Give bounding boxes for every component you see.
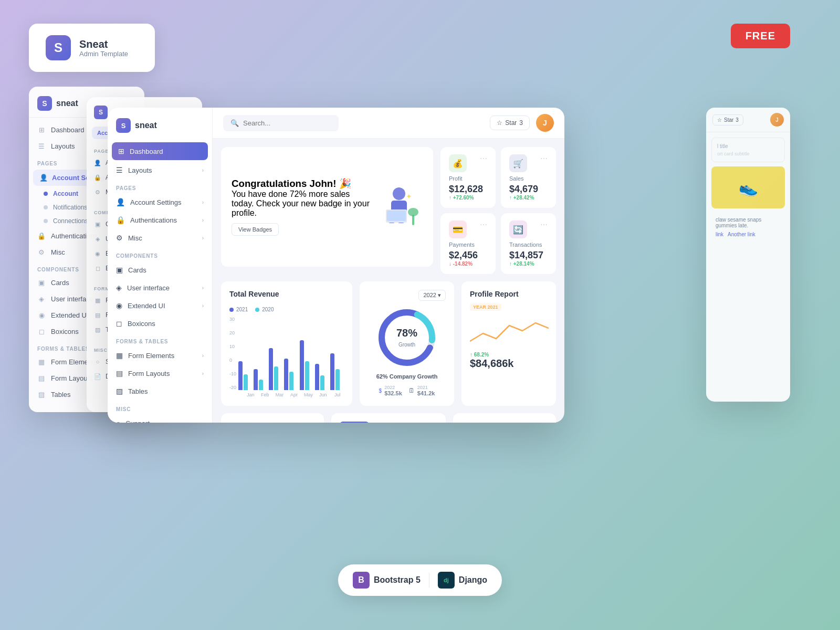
sidebar-item-form-layouts[interactable]: ▤ Form Layouts › (108, 364, 212, 382)
sales-change: ↑ +28.42% (509, 195, 548, 201)
sidebar-item-cards[interactable]: ▣ Cards (108, 261, 212, 279)
welcome-body: You have done 72% more sales today. Chec… (232, 190, 370, 218)
payments-label: Payments (449, 242, 487, 248)
transactions-icon: 🔄 (509, 220, 527, 238)
misc-icon: ⚙ (37, 248, 46, 256)
bar-cyan-jan (244, 374, 248, 390)
mid-cards-icon: ▣ (94, 221, 101, 228)
sidebar-item-dashboard[interactable]: ⊞ Dashboard (112, 142, 208, 160)
stat-card-payments: 💳 ⋯ Payments $2,456 ↓ -14.82% (440, 213, 496, 274)
right-card-title-text: l title (717, 143, 779, 149)
bootstrap-icon: B (353, 572, 370, 589)
welcome-card: Congratulations John! 🎉 You have done 72… (221, 147, 433, 267)
free-badge: FREE (731, 24, 790, 48)
order-card: Order Statistics 42.82k Total Sales ⋮ 8,… (221, 413, 324, 423)
cards-icon: ▣ (37, 279, 46, 287)
right-avatar[interactable]: J (770, 113, 784, 127)
svg-point-7 (408, 208, 418, 216)
sidebar-item-form-elements[interactable]: ▦ Form Elements › (108, 346, 212, 364)
sidebar-logo-text: sneat (135, 121, 157, 130)
sidebar-ui-label: User interface (127, 284, 170, 292)
sidebar-item-account-settings[interactable]: 👤 Account Settings › (108, 193, 212, 211)
user-avatar[interactable]: J (536, 114, 554, 132)
back-logo-text: sneat (56, 99, 78, 108)
profile-chart (470, 315, 549, 346)
brand-text: Sneat Admin Template (79, 38, 128, 58)
chevron-fl-icon: › (202, 371, 204, 376)
sidebar-item-auth[interactable]: 🔒 Authentications › (108, 211, 212, 229)
profile-title: Profile Report (470, 290, 548, 298)
cards-icon: ▣ (116, 266, 123, 274)
right-card-subtitle-text: ort card subtitle (717, 151, 779, 156)
topbar-search-box[interactable]: 🔍 (223, 115, 339, 131)
payments-icon: 💳 (449, 220, 467, 238)
income-tab-expenses[interactable]: Expenses (373, 422, 409, 423)
acct-icon: 👤 (116, 198, 125, 206)
sidebar-fl-label: Form Layouts (128, 370, 170, 377)
sidebar-item-support[interactable]: ○ Support (108, 414, 212, 423)
sidebar-extended-label: Extended UI (128, 302, 165, 310)
growth-stats: $ 2022 $32.5k 🗓 2021 $41.2k (379, 385, 435, 396)
framework-badges: B Bootstrap 5 dj Django (338, 564, 502, 596)
sidebar-fe-label: Form Elements (128, 352, 174, 360)
sidebar-item-extended[interactable]: ◉ Extended UI › (108, 297, 212, 314)
tables-icon: ▨ (37, 391, 46, 398)
topbar-right: ☆ Star 3 J (490, 114, 554, 132)
revenue-card: Total Revenue 2021 2020 (221, 281, 352, 406)
welcome-illustration: ✦ (370, 186, 423, 228)
right-star-button[interactable]: ☆ Star 3 (712, 114, 743, 125)
mid-logo-icon: S (94, 106, 108, 119)
misc-section: MISC (108, 400, 212, 414)
year-select[interactable]: 2022 ▾ (418, 290, 446, 301)
star-button[interactable]: ☆ Star 3 (490, 116, 530, 130)
bar-feb (254, 369, 267, 390)
sidebar-logo: S sneat (108, 108, 212, 141)
support-icon: ○ (116, 419, 120, 423)
bar-mar (269, 348, 282, 390)
welcome-text: Congratulations John! 🎉 You have done 72… (232, 178, 370, 236)
right-link2[interactable]: Another link (728, 232, 755, 237)
boxicons-icon: ◻ (116, 319, 122, 328)
order-card-header: Order Statistics 42.82k Total Sales ⋮ (229, 422, 316, 423)
content-area: 🔍 ☆ Star 3 J Congratulations John! 🎉 (213, 108, 564, 423)
sidebar-item-boxicons[interactable]: ◻ Boxicons (108, 314, 212, 332)
sidebar-item-ui[interactable]: ◈ User interface › (108, 279, 212, 297)
brand-name: Sneat (79, 38, 128, 50)
income-tab-income[interactable]: Income (340, 422, 369, 423)
bar-jul (330, 353, 344, 390)
sidebar-layouts-label: Layouts (128, 166, 152, 174)
brand-card: S Sneat Admin Template (29, 24, 155, 72)
profile-value: $84,686k (470, 358, 548, 370)
income-tab-profit[interactable]: Profit (413, 422, 437, 423)
chevron-auth-icon: › (202, 217, 204, 223)
search-input[interactable] (243, 119, 331, 127)
transactions-value: $14,857 (509, 250, 548, 261)
star-label: Star (505, 119, 517, 127)
sidebar-item-tables[interactable]: ▨ Tables (108, 382, 212, 400)
main-panel: S sneat ⊞ Dashboard ☰ Layouts › PAGES 👤 … (108, 108, 564, 423)
bar-cyan-mar (274, 366, 278, 390)
view-badges-button[interactable]: View Badges (232, 223, 279, 236)
growth-stat-2021: 🗓 2021 $41.2k (408, 385, 435, 396)
bar-blue-jun (315, 364, 319, 390)
profit-value: $12,628 (449, 184, 487, 195)
donut-percent: 78% (396, 327, 417, 339)
mid-support-icon: ○ (94, 359, 101, 365)
growth-stat-value-2021: $41.2k (417, 390, 435, 396)
bar-jan (238, 361, 252, 390)
profit-change: ↑ +72.60% (449, 195, 487, 201)
pages-section: PAGES (108, 179, 212, 193)
mid-ui-icon: ◈ (94, 236, 101, 243)
right-link1[interactable]: link (716, 232, 723, 237)
sidebar-item-misc[interactable]: ⚙ Misc › (108, 229, 212, 247)
growth-subtitle: 62% Company Growth (376, 373, 438, 380)
svg-point-0 (393, 187, 405, 200)
back-logo-icon: S (37, 96, 52, 111)
chevron-misc-icon: › (202, 235, 204, 241)
profile-year: YEAR 2021 (470, 303, 501, 311)
django-label: Django (459, 575, 487, 585)
right-panel: ☆ Star 3 J l title ort card subtitle 👟 c… (706, 108, 790, 402)
payments-menu-icon: ⋯ (480, 220, 487, 229)
mid-auth-icon: 🔒 (94, 174, 101, 181)
sidebar-item-layouts[interactable]: ☰ Layouts › (108, 161, 212, 179)
